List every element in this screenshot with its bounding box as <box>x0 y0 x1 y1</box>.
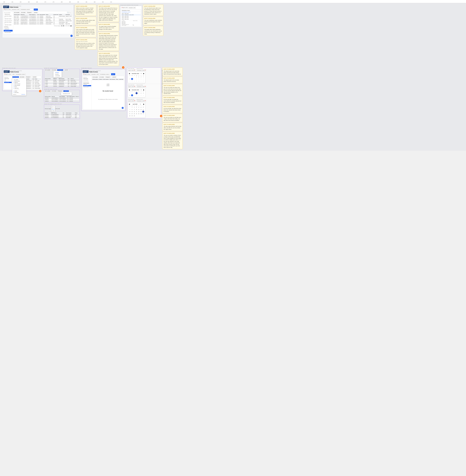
apr-11[interactable]: 11 <box>138 109 140 111</box>
sidebar-item-scantrack[interactable]: ScanTrack-WRT <box>4 32 13 33</box>
next-month-btn-3[interactable]: ▶ <box>143 103 144 105</box>
apr-1[interactable]: 1 <box>131 106 133 108</box>
apr-25[interactable]: 25 <box>138 113 140 115</box>
filters-button[interactable]: ⊟ FILTERS <box>21 12 26 13</box>
empty-add-button[interactable]: + <box>122 107 124 109</box>
next-month-btn-2[interactable]: ▶ <box>143 89 144 91</box>
ex1-filters-btn[interactable]: ⊟ FILTERS <box>19 76 25 78</box>
empty-start[interactable]: 📅 April 23, 2016 <box>83 73 91 75</box>
col-delivery-date[interactable]: Delivery Date ▴ <box>14 14 20 15</box>
col-menu-pallet-size[interactable]: ● Pallet Size <box>13 88 25 89</box>
dist-item-all[interactable]: All distribution centers <box>121 11 141 13</box>
dist-end-date[interactable]: November 6, 2023 <box>128 7 136 9</box>
apr-3[interactable]: 3 <box>136 106 138 108</box>
apr-18[interactable]: 18 <box>138 111 140 113</box>
prev-month-btn[interactable]: ◀ <box>129 73 130 74</box>
prev-page-button[interactable]: ◀ <box>70 25 71 26</box>
sidebar-item-pallet-archive[interactable]: Pallet Archive <box>4 30 13 32</box>
ex1-end-date[interactable]: 2023 <box>12 73 15 75</box>
apr-19[interactable]: 19 <box>140 111 142 113</box>
apr-24[interactable]: 24 <box>136 113 138 115</box>
rows-per-page-select[interactable]: 50 25 100 <box>60 25 65 26</box>
date-5[interactable]: 5 <box>129 78 131 80</box>
end-date-picker[interactable]: November 6, 2023 📅 <box>137 69 146 71</box>
table-row[interactable]: April 5, 2023 #234567890100GCC #TT123456… <box>14 17 72 18</box>
prev-month-btn-2[interactable]: ◀ <box>129 89 130 91</box>
end-date-picker-2[interactable]: November 6, 2023 📅 <box>137 86 146 88</box>
apr-27[interactable]: 27 <box>142 113 144 115</box>
add-pallet-button[interactable]: + <box>70 35 73 37</box>
density-button[interactable]: ☰ DENSITY <box>26 12 33 13</box>
col-full[interactable]: Full <box>37 14 39 15</box>
pag-opt-100[interactable]: 100 <box>52 110 55 112</box>
d2-5[interactable]: 5 <box>129 94 131 96</box>
apr-5[interactable]: 5 <box>140 106 142 108</box>
col-menu-delivery-date[interactable]: ● Delivery Date <box>13 80 25 82</box>
et-columns-btn[interactable]: ⊞ COLUMNS <box>92 76 98 78</box>
apr-6[interactable]: 6 <box>142 106 144 108</box>
d-columns-btn[interactable]: ⊞ COLUMNS <box>45 69 51 71</box>
columns-button[interactable]: ⊞ COLUMNS <box>14 12 20 13</box>
apr-12[interactable]: 12 <box>140 109 142 111</box>
d2-4[interactable]: 4 <box>142 92 144 94</box>
download-csv-option[interactable]: Download as CSV <box>62 93 71 94</box>
col-menu-picker-email[interactable]: ○ Picker Email <box>13 89 25 90</box>
ex1-dist[interactable]: All distribution centers ▾ <box>15 73 26 75</box>
et-export-btn[interactable]: ↑ EXPORT <box>111 76 116 78</box>
next-page-button[interactable]: ▶ <box>71 25 72 26</box>
ex1-export-btn[interactable]: ↑ EXPORT <box>32 76 37 78</box>
dist-item-1[interactable]: #001 · Menu Item <box>121 13 141 14</box>
empty-end[interactable]: November 6, 2023 <box>91 73 99 75</box>
table-row[interactable]: April 5, 2023 #178934628900GCC #TT064325… <box>14 15 72 17</box>
col-auditor[interactable]: Auditor <box>59 14 65 15</box>
date-2[interactable]: 2 <box>138 76 140 78</box>
d-export-btn[interactable]: ↑ EXPORT <box>63 69 69 71</box>
col-picker[interactable]: Picker <box>46 14 53 15</box>
col-menu-order[interactable]: ● Order Number <box>13 85 25 86</box>
pag-opt-10[interactable]: 10 <box>52 106 55 107</box>
dist-item-5[interactable]: #005 · Menu Item <box>121 18 141 20</box>
dist-item-4[interactable]: #004 · Menu Item <box>121 17 141 18</box>
start-date-filter[interactable]: 📅 April 23, 2016 <box>3 9 11 11</box>
apr-14[interactable]: 14 <box>129 111 131 113</box>
ex1-start-date[interactable]: 📅 April 21, 2016 <box>4 73 12 75</box>
apr-30[interactable]: 30 <box>133 115 135 117</box>
table-row[interactable]: April 15, 2023 #4079814785GCC #301746832… <box>14 18 72 20</box>
dist-item-arc[interactable]: #002 · Distribution Center ARC <box>121 14 141 16</box>
col-menu-audit-date[interactable]: ● Audit Date <box>13 92 25 93</box>
sidebar-item-dock-door-control-pv[interactable]: Dock Door Control <box>4 18 13 20</box>
table-row[interactable]: April 5, 2023 #4784644571GCC #3205748030… <box>14 20 72 22</box>
d-density-btn[interactable]: ☰ DENSITY <box>57 69 63 71</box>
empty-apply[interactable]: APPLY <box>111 73 115 75</box>
ex1-density-btn[interactable]: ☰ DENSITY <box>25 76 31 78</box>
col-menu-picker[interactable]: ● Picker <box>13 86 25 88</box>
sidebar-item-load-dock-door-control[interactable]: Dock Door Control <box>4 24 13 26</box>
sidebar-item-pallet-review[interactable]: Pallet Review <box>4 13 13 15</box>
apr-23[interactable]: 23 <box>133 113 135 115</box>
show-all-button[interactable]: SHOW ALL <box>21 94 25 95</box>
col-menu-auditor[interactable]: ● Auditor <box>13 90 25 92</box>
sidebar-item-dock-door-status[interactable]: Dock Door Status ▾ <box>4 15 13 18</box>
apr-10[interactable]: 10 <box>136 109 138 111</box>
next-month-btn[interactable]: ▶ <box>143 73 144 74</box>
exp-columns-btn[interactable]: ⊞ COLUMNS <box>45 90 51 92</box>
apr-2[interactable]: 2 <box>133 106 135 108</box>
sidebar-item-dashboard[interactable]: Dashboard <box>4 28 13 30</box>
apr-17[interactable]: 17 <box>136 111 138 113</box>
col-order-number[interactable]: Order Number <box>39 14 46 15</box>
start-date-picker-3[interactable]: April 23, 2016 📅 <box>128 100 136 102</box>
hide-all-button[interactable]: HIDE ALL <box>13 94 16 95</box>
date-3[interactable]: 3 <box>140 76 142 78</box>
empty-dist[interactable]: All distribution centers ▾ <box>100 73 111 75</box>
apr-29[interactable]: 29 <box>131 115 133 117</box>
apr-8[interactable]: 8 <box>131 109 133 111</box>
apr-16[interactable]: 16 <box>133 111 135 113</box>
d2-6[interactable]: 6 <box>131 94 133 96</box>
apr-26[interactable]: 26 <box>140 113 142 115</box>
apr-21[interactable]: 21 <box>129 113 131 115</box>
date-4[interactable]: 4 <box>142 76 144 78</box>
apr-9[interactable]: 9 <box>133 109 135 111</box>
d2-2[interactable]: 2 <box>138 92 140 94</box>
et-filters-btn[interactable]: ⊟ FILTERS <box>99 76 105 78</box>
exp-export-btn[interactable]: ↑ EXPORT <box>63 90 69 92</box>
